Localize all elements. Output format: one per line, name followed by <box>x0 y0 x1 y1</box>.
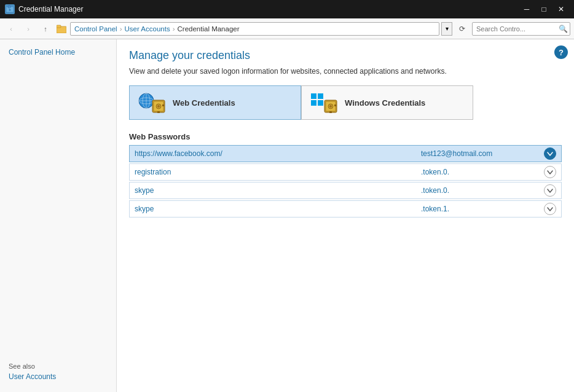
window-title: Credential Manager <box>18 5 519 14</box>
svg-rect-4 <box>57 25 61 28</box>
svg-rect-24 <box>329 111 332 113</box>
web-credentials-icon <box>138 92 165 114</box>
breadcrumb-sep-2: › <box>173 25 175 33</box>
window-controls: ─ □ ✕ <box>519 2 569 16</box>
sidebar-item-control-panel-home[interactable]: Control Panel Home <box>9 48 116 57</box>
sidebar: Control Panel Home See also User Account… <box>0 39 117 392</box>
credential-row[interactable]: registration.token.0. <box>129 163 562 181</box>
close-button[interactable]: ✕ <box>553 2 569 16</box>
svg-rect-15 <box>162 104 164 106</box>
up-button[interactable]: ↑ <box>38 22 53 36</box>
credential-expand-button[interactable] <box>544 166 556 178</box>
credential-url: registration <box>135 168 421 176</box>
section-heading: Web Passwords <box>129 132 562 141</box>
location-icon <box>55 23 68 34</box>
search-wrap: 🔍 <box>472 22 570 36</box>
credential-expand-button[interactable] <box>544 184 556 197</box>
forward-button[interactable]: › <box>21 22 36 36</box>
credential-user: .token.0. <box>421 186 544 195</box>
breadcrumb-credential-manager: Credential Manager <box>178 25 240 33</box>
credential-url: https://www.facebook.com/ <box>135 149 421 158</box>
breadcrumb-control-panel[interactable]: Control Panel <box>74 25 117 33</box>
credential-row[interactable]: skype.token.0. <box>129 182 562 199</box>
breadcrumb-dropdown-button[interactable]: ▾ <box>441 22 452 36</box>
credential-user: .token.1. <box>421 205 544 213</box>
svg-point-2 <box>9 9 11 11</box>
titlebar: Credential Manager ─ □ ✕ <box>0 0 574 18</box>
tab-web-credentials-label: Web Credentials <box>173 98 235 108</box>
page-title: Manage your credentials <box>129 49 562 62</box>
credential-url: skype <box>135 205 421 213</box>
credential-user: test123@hotmail.com <box>421 149 544 158</box>
credential-user: .token.0. <box>421 168 544 176</box>
svg-rect-16 <box>311 93 316 99</box>
svg-rect-19 <box>318 100 323 106</box>
breadcrumb[interactable]: Control Panel › User Accounts › Credenti… <box>70 22 439 36</box>
svg-rect-14 <box>157 111 160 113</box>
help-button[interactable]: ? <box>554 45 568 59</box>
search-button[interactable]: 🔍 <box>557 23 569 35</box>
credential-url: skype <box>135 186 421 195</box>
sidebar-item-user-accounts[interactable]: User Accounts <box>9 372 116 381</box>
page-description: View and delete your saved logon informa… <box>129 67 562 76</box>
app-icon <box>5 4 15 14</box>
see-also-label: See also <box>9 363 116 370</box>
sidebar-bottom: See also User Accounts <box>9 350 116 383</box>
addressbar: ‹ › ↑ Control Panel › User Accounts › Cr… <box>0 18 574 39</box>
credential-row[interactable]: https://www.facebook.com/test123@hotmail… <box>129 145 562 162</box>
credential-row[interactable]: skype.token.1. <box>129 200 562 218</box>
windows-credentials-icon <box>310 92 337 114</box>
back-button[interactable]: ‹ <box>4 22 18 36</box>
svg-rect-17 <box>318 93 323 99</box>
svg-rect-25 <box>334 104 336 106</box>
sidebar-top: Control Panel Home <box>9 48 116 59</box>
credential-expand-button[interactable] <box>544 147 556 160</box>
credentials-list: https://www.facebook.com/test123@hotmail… <box>129 145 562 218</box>
svg-point-13 <box>157 105 160 108</box>
main-container: Control Panel Home See also User Account… <box>0 39 574 392</box>
svg-rect-18 <box>311 100 316 106</box>
tab-windows-credentials-label: Windows Credentials <box>345 98 425 108</box>
search-input[interactable] <box>472 22 570 36</box>
credential-type-tabs: Web Credentials <box>129 85 562 120</box>
svg-point-23 <box>329 105 332 108</box>
tab-web-credentials[interactable]: Web Credentials <box>129 85 301 120</box>
maximize-button[interactable]: □ <box>536 2 552 16</box>
content-area: ? Manage your credentials View and delet… <box>117 39 574 392</box>
breadcrumb-sep-1: › <box>120 25 122 33</box>
breadcrumb-user-accounts[interactable]: User Accounts <box>125 25 170 33</box>
tab-windows-credentials[interactable]: Windows Credentials <box>301 85 473 120</box>
credential-expand-button[interactable] <box>544 203 556 215</box>
minimize-button[interactable]: ─ <box>519 2 535 16</box>
refresh-button[interactable]: ⟳ <box>455 22 470 36</box>
